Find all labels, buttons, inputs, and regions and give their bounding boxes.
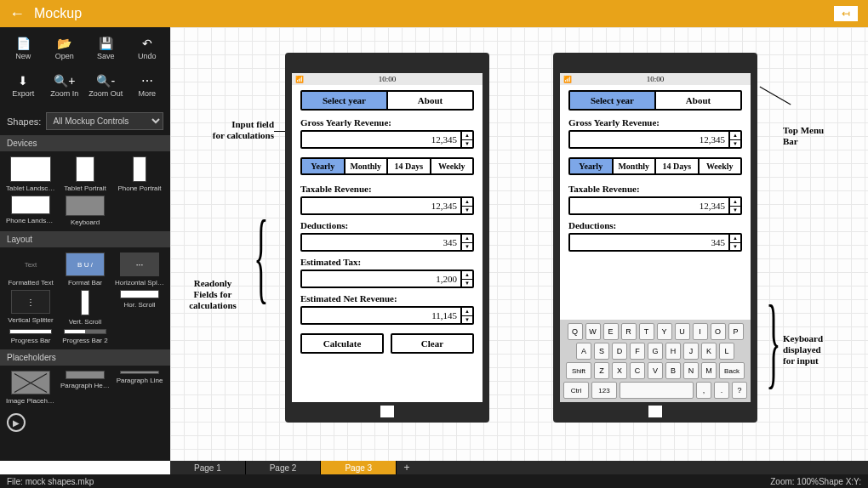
key-T[interactable]: T	[639, 323, 654, 340]
annotation-readonly: Readonly Fields for calculations	[179, 278, 247, 312]
vert-scroll-item[interactable]: Vert. Scroll	[60, 290, 111, 326]
key-space[interactable]	[620, 382, 694, 399]
image-placeholder-item[interactable]: Image Placeholder	[5, 371, 56, 405]
exit-button[interactable]: ↤	[834, 6, 858, 21]
key-H[interactable]: H	[665, 343, 681, 360]
paragraph-line-item[interactable]: Paragraph Line	[114, 371, 165, 405]
key-A[interactable]: A	[576, 343, 591, 360]
horizontal-splitter-item[interactable]: Horizontal Splitter	[114, 253, 165, 287]
phone-portrait-item[interactable]: Phone Portrait	[114, 156, 165, 192]
deductions-input[interactable]	[302, 235, 460, 250]
phone-mockup-2[interactable]: 📶10:00 Select year About Gross Yearly Re…	[553, 53, 757, 423]
devices-header: Devices	[0, 135, 170, 151]
key-W[interactable]: W	[585, 323, 601, 340]
net-input[interactable]	[302, 308, 460, 323]
key-I[interactable]: I	[693, 323, 708, 340]
tax-label: Estimated Tax:	[300, 257, 474, 267]
zoom-out-button[interactable]: 🔍-Zoom Out	[86, 68, 126, 104]
tax-input[interactable]	[302, 271, 460, 287]
tab-about-2[interactable]: About	[656, 92, 740, 109]
seg-monthly[interactable]: Monthly	[345, 159, 389, 173]
key-123[interactable]: 123	[591, 382, 617, 399]
deductions-field[interactable]: ▲▼	[300, 233, 474, 252]
tablet-portrait-item[interactable]: Tablet Portrait	[60, 156, 111, 192]
page-tab-3[interactable]: Page 3	[321, 461, 397, 474]
page-tab-2[interactable]: Page 2	[246, 461, 322, 474]
zoom-label: Zoom: 100%	[770, 477, 819, 486]
period-segment: Yearly Monthly 14 Days Weekly	[300, 157, 474, 175]
key-G[interactable]: G	[648, 343, 663, 360]
play-button[interactable]: ▶	[7, 413, 26, 432]
hor-scroll-item[interactable]: Hor. Scroll	[114, 290, 165, 326]
seg-weekly[interactable]: Weekly	[431, 159, 473, 173]
tab-about[interactable]: About	[388, 92, 472, 109]
tab-select-year[interactable]: Select year	[302, 92, 388, 109]
key-,[interactable]: ,	[696, 382, 711, 399]
key-Shift[interactable]: Shift	[566, 362, 591, 379]
key-.[interactable]: .	[714, 382, 729, 399]
key-O[interactable]: O	[711, 323, 726, 340]
key-K[interactable]: K	[701, 343, 717, 360]
new-button[interactable]: 📄New	[3, 31, 43, 66]
key-S[interactable]: S	[594, 343, 609, 360]
keyboard-item[interactable]: Keyboard	[60, 196, 111, 226]
page-tab-1[interactable]: Page 1	[170, 461, 246, 474]
net-field[interactable]: ▲▼	[300, 306, 474, 325]
phone-landscape-item[interactable]: Phone Landscape	[5, 196, 56, 226]
seg-14days[interactable]: 14 Days	[388, 159, 431, 173]
more-button[interactable]: ⋯More	[128, 68, 168, 104]
key-Back[interactable]: Back	[719, 362, 745, 379]
key-J[interactable]: J	[683, 343, 699, 360]
taxable-input[interactable]	[302, 198, 460, 213]
key-P[interactable]: P	[728, 323, 744, 340]
gross-input[interactable]	[302, 132, 460, 147]
key-Ctrl[interactable]: Ctrl	[563, 382, 589, 399]
tax-field[interactable]: ▲▼	[300, 270, 474, 288]
undo-button[interactable]: ↶Undo	[128, 31, 168, 66]
export-button[interactable]: ⬇Export	[3, 68, 43, 104]
key-N[interactable]: N	[683, 362, 699, 379]
formatted-text-item[interactable]: TextFormatted Text	[5, 253, 56, 287]
vsplit-icon	[11, 290, 50, 314]
open-button[interactable]: 📂Open	[45, 31, 85, 66]
phone-mockup-1[interactable]: 📶10:00 Select year About Gross Yearly Re…	[285, 53, 489, 423]
add-page-button[interactable]: +	[397, 461, 417, 474]
shapes-filter-row: Shapes: All Mockup Controls	[0, 107, 170, 135]
format-bar-item[interactable]: B U /Format Bar	[60, 253, 111, 287]
key-M[interactable]: M	[701, 362, 717, 379]
shape-x-label: Shape X:	[819, 477, 854, 486]
shapes-select[interactable]: All Mockup Controls	[46, 112, 163, 130]
zoom-in-button[interactable]: 🔍+Zoom In	[45, 68, 85, 104]
key-Y[interactable]: Y	[657, 323, 672, 340]
key-Q[interactable]: Q	[568, 323, 583, 340]
save-button[interactable]: 💾Save	[86, 31, 126, 66]
taxable-field[interactable]: ▲▼	[300, 196, 474, 215]
key-L[interactable]: L	[719, 343, 734, 360]
key-?[interactable]: ?	[732, 382, 747, 399]
tab-select-year-2[interactable]: Select year	[570, 92, 656, 109]
key-D[interactable]: D	[612, 343, 627, 360]
key-U[interactable]: U	[675, 323, 690, 340]
back-button[interactable]: ←	[7, 3, 27, 24]
spinner[interactable]: ▲▼	[460, 132, 472, 147]
canvas[interactable]: Input field for calculations { Readonly …	[170, 27, 868, 461]
key-Z[interactable]: Z	[594, 362, 609, 379]
vertical-splitter-item[interactable]: Vertical Splitter	[5, 290, 56, 326]
key-X[interactable]: X	[612, 362, 627, 379]
progress-bar-item[interactable]: Progress Bar	[5, 329, 56, 344]
paragraph-header-item[interactable]: Paragraph Header	[60, 371, 111, 405]
progress-bar2-item[interactable]: Progress Bar 2	[60, 329, 111, 344]
key-F[interactable]: F	[630, 343, 645, 360]
app-header: ← Mockup ↤	[0, 0, 868, 27]
key-E[interactable]: E	[603, 323, 619, 340]
gross-field[interactable]: ▲▼	[300, 130, 474, 149]
key-R[interactable]: R	[621, 323, 637, 340]
calculate-button[interactable]: Calculate	[300, 333, 384, 354]
clear-button[interactable]: Clear	[391, 333, 474, 354]
tablet-landscape-item[interactable]: Tablet Landscape	[5, 156, 56, 192]
key-B[interactable]: B	[665, 362, 681, 379]
seg-yearly[interactable]: Yearly	[302, 159, 345, 173]
key-C[interactable]: C	[630, 362, 645, 379]
key-V[interactable]: V	[648, 362, 663, 379]
devices-grid: Tablet Landscape Tablet Portrait Phone P…	[0, 151, 170, 231]
